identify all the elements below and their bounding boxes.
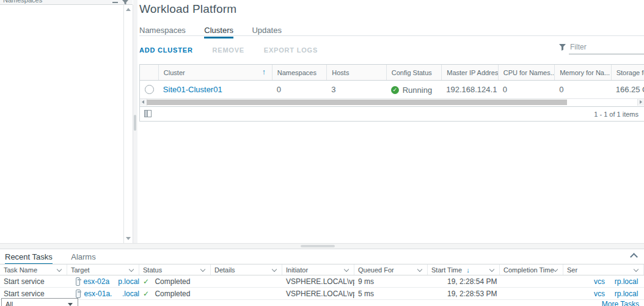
scroll-right-icon[interactable]: [637, 99, 644, 106]
chevron-down-icon[interactable]: [634, 267, 639, 272]
status-text: Completed: [155, 290, 190, 298]
panel-vertical-scrollbar[interactable]: [124, 5, 133, 243]
column-label: Status: [143, 266, 162, 274]
remove-button[interactable]: REMOVE: [213, 46, 244, 54]
cluster-link[interactable]: Site01-Cluster01: [163, 85, 222, 94]
scroll-down-icon[interactable]: [126, 237, 131, 240]
chevron-down-icon[interactable]: [200, 267, 205, 272]
column-header-task-name[interactable]: Task Name: [0, 264, 67, 275]
namespaces-cell: 0: [272, 85, 327, 94]
column-header-status[interactable]: Status: [139, 264, 211, 275]
expand-panel-icon[interactable]: [630, 253, 638, 261]
check-icon: ✓: [143, 277, 149, 286]
chevron-down-icon[interactable]: [57, 267, 62, 272]
column-header-hosts[interactable]: Hosts: [326, 65, 386, 80]
chevron-down-icon[interactable]: [489, 267, 494, 272]
sort-descending-icon[interactable]: ↓: [466, 266, 470, 274]
initiator-cell: VSPHERE.LOCAL\vpx...: [282, 290, 354, 298]
column-label: Start Time: [431, 266, 462, 274]
server-link[interactable]: vcs: [594, 277, 605, 286]
tasks-filter-select[interactable]: All: [1, 298, 78, 306]
chevron-down-icon[interactable]: [417, 267, 422, 272]
export-logs-button[interactable]: EXPORT LOGS: [264, 46, 318, 54]
task-name-cell: Start service: [0, 277, 67, 286]
status-text: Completed: [155, 277, 190, 286]
column-header-initiator[interactable]: Initiator: [282, 264, 354, 275]
column-header-cpu[interactable]: CPU for Names...: [498, 65, 554, 80]
column-header-start-time[interactable]: Start Time ↓: [428, 264, 500, 275]
column-header-server[interactable]: Ser: [563, 264, 644, 275]
server-link[interactable]: vcs: [594, 290, 605, 298]
collapse-panel-icon[interactable]: [112, 2, 118, 3]
pagination-text: 1 - 1 of 1 items: [594, 111, 639, 118]
server-cell: vcs rp.local: [563, 277, 644, 286]
start-time-cell: 19, 2:28:53 PM: [428, 290, 500, 298]
column-header-cluster[interactable]: Cluster ↑: [158, 65, 272, 80]
column-header-master-ip[interactable]: Master IP Address: [441, 65, 497, 80]
column-label: Completion Time: [503, 266, 554, 274]
scroll-up-icon[interactable]: [126, 8, 131, 11]
column-label: Cluster: [164, 69, 185, 76]
chevron-down-icon[interactable]: [272, 267, 277, 272]
tab-updates[interactable]: Updates: [252, 26, 281, 37]
target-link[interactable]: esx-01a.: [84, 290, 112, 298]
task-row: Start service esx-02a p.local ✓ Complete…: [0, 275, 644, 288]
main-tab-bar: Namespaces Clusters Updates: [139, 24, 644, 36]
hosts-cell: 3: [326, 85, 386, 94]
tab-clusters[interactable]: Clusters: [204, 26, 233, 38]
tab-recent-tasks[interactable]: Recent Tasks: [5, 252, 53, 265]
panel-resizer[interactable]: [133, 0, 137, 243]
queued-for-cell: 5 ms: [354, 290, 428, 298]
column-header-storage[interactable]: Storage fo...: [611, 65, 644, 80]
tab-alarms[interactable]: Alarms: [71, 252, 95, 263]
target-link-suffix[interactable]: .local: [122, 290, 139, 298]
column-header-namespaces[interactable]: Namespaces: [272, 65, 327, 80]
status-cell: ✓ Completed: [139, 290, 211, 298]
column-header-completion-time[interactable]: Completion Time: [500, 264, 563, 275]
pin-icon[interactable]: [122, 0, 128, 5]
host-icon: [76, 290, 81, 298]
status-text: Running: [403, 86, 432, 95]
pane-resizer[interactable]: [0, 243, 644, 249]
server-cell: vcs rp.local: [563, 290, 644, 298]
datagrid-header: Cluster ↑ Namespaces Hosts Config Status…: [140, 65, 644, 81]
column-header-details[interactable]: Details: [211, 264, 282, 275]
server-link-suffix[interactable]: rp.local: [615, 277, 639, 286]
column-header-memory[interactable]: Memory for Na...: [554, 65, 610, 80]
status-running-icon: ✓: [391, 86, 399, 94]
storage-cell: 166.25 GB: [611, 85, 644, 94]
row-radio-button[interactable]: [145, 85, 154, 94]
filter-funnel-icon[interactable]: [559, 44, 566, 51]
column-header-config-status[interactable]: Config Status: [386, 65, 442, 80]
chevron-down-icon[interactable]: [344, 267, 349, 272]
chevron-down-icon[interactable]: [129, 267, 134, 272]
main-content: Workload Platform Namespaces Clusters Up…: [137, 0, 644, 243]
panel-header: Namespaces: [0, 0, 133, 5]
server-link-suffix[interactable]: rp.local: [615, 290, 639, 298]
filter-input[interactable]: [569, 40, 644, 54]
initiator-cell: VSPHERE.LOCAL\vpx...: [282, 277, 354, 286]
datagrid-horizontal-scrollbar[interactable]: [140, 98, 644, 106]
target-cell: esx-01a. .local: [67, 290, 139, 298]
sort-ascending-icon[interactable]: ↑: [262, 68, 266, 76]
recent-tasks-panel: Recent Tasks Alarms Task Name Target Sta…: [0, 249, 644, 306]
tasks-table-header: Task Name Target Status Details Initiato…: [0, 264, 644, 275]
pane-resizer-handle[interactable]: [301, 245, 335, 247]
tab-namespaces[interactable]: Namespaces: [139, 26, 186, 37]
more-tasks-link[interactable]: More Tasks: [602, 300, 639, 306]
scrollbar-thumb[interactable]: [147, 100, 567, 105]
column-header-queued-for[interactable]: Queued For: [354, 264, 428, 275]
column-picker-icon[interactable]: [144, 110, 152, 117]
panel-resizer-handle[interactable]: [134, 115, 136, 131]
cluster-table-row: Site01-Cluster01 0 3 ✓ Running 192.168.1…: [140, 81, 644, 98]
host-icon: [76, 277, 80, 286]
target-link[interactable]: esx-02a: [83, 277, 109, 286]
add-cluster-button[interactable]: ADD CLUSTER: [139, 46, 193, 54]
target-link-suffix[interactable]: p.local: [118, 277, 139, 286]
column-header-target[interactable]: Target: [67, 264, 139, 275]
panel-title: Namespaces: [3, 0, 42, 4]
task-name-cell: Start service: [0, 290, 67, 298]
panel-body: [0, 5, 124, 243]
column-label: Initiator: [286, 266, 308, 274]
select-arrow-icon: [68, 303, 73, 306]
